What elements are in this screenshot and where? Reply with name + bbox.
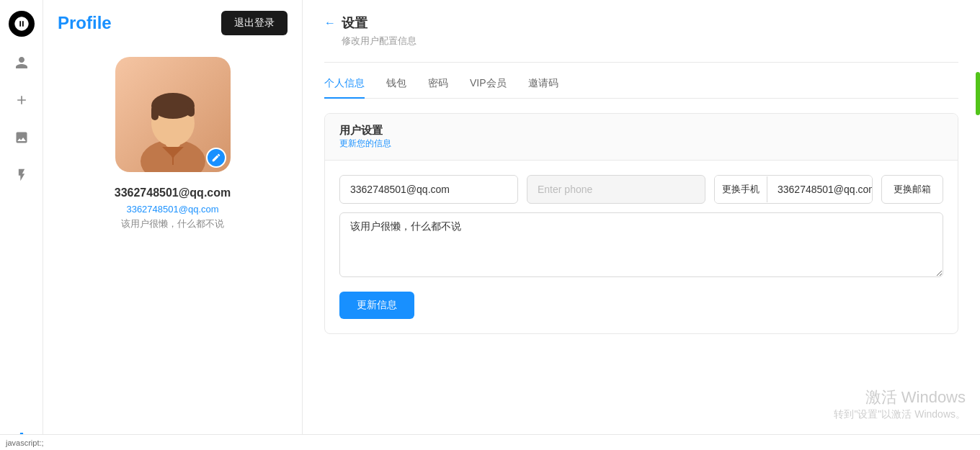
- tab-wallet[interactable]: 钱包: [386, 77, 406, 99]
- logout-button[interactable]: 退出登录: [221, 11, 288, 35]
- profile-panel: Profile 退出登录: [43, 0, 303, 450]
- profile-header: Profile 退出登录: [58, 11, 288, 35]
- tabs-container: 个人信息 钱包 密码 VIP会员 邀请码: [324, 77, 958, 99]
- change-phone-label: 更换手机: [715, 176, 767, 203]
- windows-activation-title: 激活 Windows: [834, 387, 966, 408]
- windows-activation: 激活 Windows 转到"设置"以激活 Windows。: [834, 387, 966, 421]
- page-title: 设置: [342, 14, 368, 32]
- profile-bio: 该用户很懒，什么都不说: [121, 217, 224, 230]
- svg-rect-4: [151, 106, 159, 120]
- main-content: ← 设置 修改用户配置信息 个人信息 钱包 密码 VIP会员 邀请码 用户设置 …: [303, 0, 980, 450]
- change-email-button[interactable]: 更换邮箱: [881, 175, 943, 204]
- phone-input[interactable]: [527, 175, 705, 204]
- change-phone-group: 更换手机: [714, 175, 873, 204]
- scroll-indicator: [976, 72, 980, 115]
- change-phone-input[interactable]: [767, 176, 873, 202]
- status-bar: javascript:;: [0, 434, 980, 450]
- update-button[interactable]: 更新信息: [339, 292, 414, 319]
- settings-card: 用户设置 更新您的信息 更换手机 更换邮箱 该用户很懒，什么都不说 更新信息: [324, 113, 958, 334]
- avatar-edit-button[interactable]: [206, 148, 226, 168]
- tab-password[interactable]: 密码: [428, 77, 448, 99]
- avatar-container: [115, 57, 231, 172]
- status-text: javascript:;: [6, 438, 44, 447]
- profile-email-sub: 3362748501@qq.com: [126, 204, 218, 215]
- profile-email: 3362748501@qq.com: [115, 186, 231, 199]
- settings-card-subtitle: 更新您的信息: [339, 138, 943, 150]
- add-icon[interactable]: [10, 89, 33, 112]
- tab-invite[interactable]: 邀请码: [528, 77, 558, 99]
- person-icon[interactable]: [10, 51, 33, 74]
- svg-rect-5: [187, 106, 195, 117]
- logo-icon: [9, 11, 35, 37]
- email-input[interactable]: [339, 175, 518, 204]
- back-button[interactable]: ←: [324, 17, 336, 30]
- bolt-icon[interactable]: [10, 163, 33, 186]
- page-subtitle: 修改用户配置信息: [324, 35, 958, 48]
- windows-activation-subtitle: 转到"设置"以激活 Windows。: [834, 408, 966, 421]
- tab-personal[interactable]: 个人信息: [324, 77, 365, 99]
- settings-card-title: 用户设置: [339, 124, 943, 138]
- fields-row-1: 更换手机 更换邮箱: [339, 175, 943, 204]
- icon-bar: [0, 0, 43, 450]
- bio-textarea[interactable]: 该用户很懒，什么都不说: [339, 212, 943, 277]
- page-header: ← 设置: [324, 14, 958, 32]
- settings-card-header: 用户设置 更新您的信息: [325, 114, 958, 161]
- tab-vip[interactable]: VIP会员: [470, 77, 507, 99]
- chart-icon[interactable]: [10, 126, 33, 149]
- header-divider: [324, 62, 958, 63]
- settings-card-body: 更换手机 更换邮箱 该用户很懒，什么都不说 更新信息: [325, 161, 958, 333]
- profile-title: Profile: [58, 13, 112, 33]
